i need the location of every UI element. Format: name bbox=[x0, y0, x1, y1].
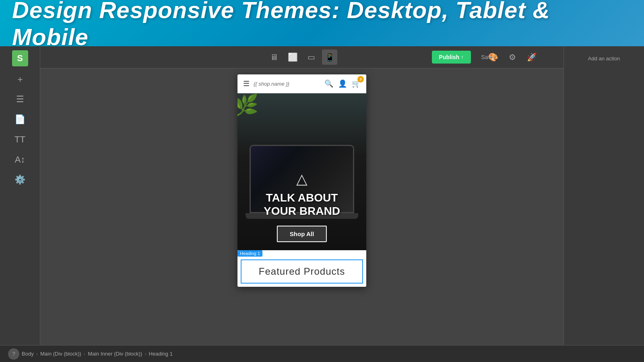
hamburger-icon[interactable]: ☰ bbox=[243, 79, 250, 88]
publish-button[interactable]: Publish ↑ bbox=[432, 51, 471, 64]
desktop-view-btn[interactable]: 🖥 bbox=[266, 49, 282, 65]
breadcrumb-main[interactable]: Main (Div (block)) bbox=[40, 351, 81, 357]
shop-name: {{ shop.name }} bbox=[254, 81, 320, 87]
search-icon[interactable]: 🔍 bbox=[324, 79, 333, 88]
top-toolbar: 🖥 ⬜ ▭ 📱 Publish ↑ Saved 🎨 ⚙ 🚀 bbox=[40, 46, 564, 68]
cart-wrapper[interactable]: 🛒 3 bbox=[352, 79, 361, 88]
account-icon[interactable]: 👤 bbox=[338, 79, 347, 88]
pages-icon[interactable]: 📄 bbox=[11, 111, 29, 128]
hero-title-line2: YOUR BRAND bbox=[237, 204, 366, 218]
layers-icon[interactable]: ☰ bbox=[11, 90, 29, 108]
hero-text-overlay: TALK ABOUT YOUR BRAND bbox=[237, 191, 366, 218]
heading-type-label: Heading 1 bbox=[237, 250, 262, 257]
breadcrumb-heading1[interactable]: Heading 1 bbox=[149, 351, 173, 357]
shop-all-button[interactable]: Shop All bbox=[277, 226, 327, 242]
canvas-area: 🖥 ⬜ ▭ 📱 Publish ↑ Saved 🎨 ⚙ 🚀 ☰ {{ shop.… bbox=[40, 46, 564, 362]
add-action-button[interactable]: Add an action bbox=[583, 52, 625, 65]
featured-section: Heading 1 Featured Products bbox=[237, 250, 366, 287]
add-element-icon[interactable]: ＋ bbox=[11, 70, 29, 88]
featured-heading-box[interactable]: Featured Products bbox=[241, 259, 363, 284]
banner-title: Design Responsive Themes: Desktop, Table… bbox=[12, 0, 632, 50]
typography-icon[interactable]: TT bbox=[11, 131, 29, 148]
content-icon[interactable]: A↕ bbox=[11, 151, 29, 169]
app-logo: S bbox=[12, 50, 28, 66]
hero-title-line1: TALK ABOUT bbox=[237, 191, 366, 205]
hero-title: TALK ABOUT YOUR BRAND bbox=[237, 191, 366, 218]
settings-icon[interactable]: ⚙️ bbox=[11, 171, 29, 189]
rocket-icon[interactable]: 🚀 bbox=[524, 49, 539, 65]
breadcrumb-body[interactable]: Body bbox=[22, 351, 34, 357]
phone-navbar: ☰ {{ shop.name }} 🔍 👤 🛒 3 bbox=[237, 74, 366, 93]
theme-icon[interactable]: 🎨 bbox=[485, 49, 501, 65]
hero-section: 🌿 △ bbox=[237, 93, 366, 250]
editor-container: S ＋ ☰ 📄 TT A↕ ⚙️ 🖥 ⬜ ▭ 📱 Publish ↑ Saved… bbox=[0, 46, 644, 362]
tablet-landscape-btn[interactable]: ⬜ bbox=[285, 49, 300, 65]
shop-all-label: Shop All bbox=[290, 230, 314, 237]
publish-label: Publish ↑ bbox=[439, 54, 464, 60]
cart-badge: 3 bbox=[357, 76, 364, 82]
laptop-logo: △ bbox=[296, 171, 308, 187]
gear-icon[interactable]: ⚙ bbox=[505, 49, 520, 65]
help-button[interactable]: ? bbox=[8, 348, 19, 360]
mobile-view-btn[interactable]: 📱 bbox=[322, 49, 337, 65]
tablet-portrait-btn[interactable]: ▭ bbox=[303, 49, 319, 65]
mobile-preview: ☰ {{ shop.name }} 🔍 👤 🛒 3 🌿 bbox=[237, 74, 366, 287]
right-panel: Add an action bbox=[564, 46, 644, 362]
featured-heading: Featured Products bbox=[246, 266, 358, 277]
breadcrumb-main-inner[interactable]: Main Inner (Div (block)) bbox=[88, 351, 142, 357]
top-banner: Design Responsive Themes: Desktop, Table… bbox=[0, 0, 644, 46]
left-sidebar: S ＋ ☰ 📄 TT A↕ ⚙️ bbox=[0, 46, 40, 362]
nav-icons: 🔍 👤 🛒 3 bbox=[324, 79, 361, 88]
shop-all-button-wrap: Shop All bbox=[277, 226, 327, 242]
breadcrumb-bar: ? Body › Main (Div (block)) › Main Inner… bbox=[0, 345, 644, 362]
